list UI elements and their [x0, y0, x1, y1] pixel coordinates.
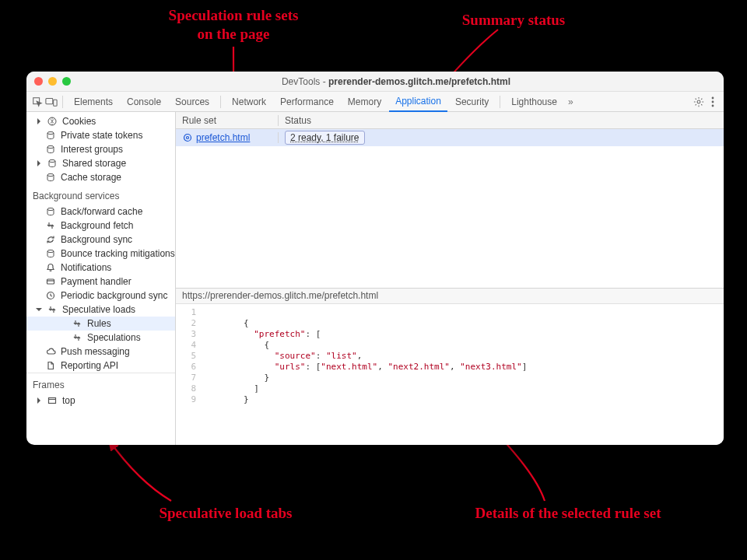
sidebar-item-interest-groups[interactable]: Interest groups — [26, 142, 175, 156]
status-cell: 2 ready, 1 failure — [279, 131, 724, 145]
close-traffic-light[interactable] — [34, 77, 43, 86]
database-icon — [47, 158, 58, 169]
svg-rect-16 — [49, 398, 56, 404]
fetch-icon — [72, 318, 82, 329]
sidebar-item-label: Cache storage — [61, 172, 121, 183]
ruleset-cell[interactable]: prefetch.html — [176, 132, 279, 143]
sidebar-item-speculative-loads[interactable]: Speculative loads — [26, 303, 175, 317]
database-icon — [45, 206, 56, 217]
tab-security[interactable]: Security — [449, 92, 495, 112]
svg-point-4 — [712, 96, 714, 99]
cookies-icon — [47, 116, 58, 127]
sidebar-item-bounce-tracking[interactable]: Bounce tracking mitigations — [26, 247, 175, 261]
settings-gear-icon[interactable] — [693, 96, 705, 108]
frame-icon — [47, 395, 58, 406]
sidebar-item-back-forward-cache[interactable]: Back/forward cache — [26, 205, 175, 219]
window-title: DevTools - prerender-demos.glitch.me/pre… — [76, 76, 716, 87]
titlebar: DevTools - prerender-demos.glitch.me/pre… — [26, 72, 724, 92]
fetch-icon — [47, 304, 58, 315]
tabbar-divider — [220, 96, 221, 108]
devtools-tabbar: Elements Console Sources Network Perform… — [26, 92, 724, 112]
sidebar-item-background-sync[interactable]: Background sync — [26, 233, 175, 247]
svg-point-10 — [49, 159, 55, 162]
document-icon — [45, 360, 56, 371]
sidebar-item-shared-storage[interactable]: Shared storage — [26, 156, 175, 170]
sidebar-item-background-fetch[interactable]: Background fetch — [26, 219, 175, 233]
tab-performance[interactable]: Performance — [274, 92, 340, 112]
sidebar-item-label: Background fetch — [61, 220, 133, 231]
tabs-overflow-icon[interactable]: » — [565, 96, 577, 107]
sidebar-item-speculations[interactable]: Speculations — [26, 331, 175, 345]
cloud-icon — [45, 346, 56, 357]
annotation-details: Details of the selected rule set — [436, 504, 700, 523]
ruleset-source-view[interactable]: 123456789 { "prefetch": [ { "source": "l… — [176, 304, 724, 446]
target-icon — [182, 132, 193, 143]
database-icon — [45, 130, 56, 141]
sidebar-item-periodic-background-sync[interactable]: Periodic background sync — [26, 289, 175, 303]
annotation-summary-status: Summary status — [436, 11, 591, 30]
sidebar-item-label: Interest groups — [61, 144, 123, 155]
sidebar-item-label: Back/forward cache — [61, 206, 142, 217]
svg-point-13 — [47, 250, 54, 252]
tab-lighthouse[interactable]: Lighthouse — [505, 92, 563, 112]
svg-point-9 — [47, 145, 54, 148]
sidebar-item-label: Rules — [87, 318, 111, 329]
svg-point-17 — [184, 135, 191, 142]
sidebar-item-label: Push messaging — [61, 346, 130, 357]
device-toolbar-icon[interactable] — [45, 96, 58, 108]
annotation-rule-sets: Speculation rule setson the page — [148, 6, 319, 44]
tabbar-divider — [500, 96, 500, 108]
column-status[interactable]: Status — [279, 115, 724, 126]
sidebar-item-cache-storage[interactable]: Cache storage — [26, 170, 175, 184]
sidebar-item-top-frame[interactable]: top — [26, 394, 175, 408]
sidebar-item-notifications[interactable]: Notifications — [26, 261, 175, 275]
ruleset-link[interactable]: prefetch.html — [196, 132, 250, 143]
tab-console[interactable]: Console — [121, 92, 167, 112]
sidebar-item-reporting-api[interactable]: Reporting API — [26, 359, 175, 373]
svg-point-3 — [697, 100, 700, 103]
rules-table-row[interactable]: prefetch.html 2 ready, 1 failure — [176, 129, 724, 146]
application-sidebar[interactable]: Cookies Private state tokens Interest gr… — [26, 112, 176, 445]
fetch-icon — [45, 220, 56, 231]
fetch-icon — [72, 332, 82, 343]
inspect-icon[interactable] — [31, 96, 44, 108]
column-ruleset[interactable]: Rule set — [176, 115, 279, 126]
tab-network[interactable]: Network — [226, 92, 272, 112]
sidebar-item-label: Speculations — [87, 332, 141, 343]
database-icon — [45, 172, 56, 183]
clock-icon — [45, 290, 56, 301]
sidebar-item-cookies[interactable]: Cookies — [26, 114, 175, 128]
svg-point-6 — [712, 104, 714, 107]
sidebar-item-push-messaging[interactable]: Push messaging — [26, 345, 175, 359]
svg-point-8 — [47, 131, 54, 134]
annotation-load-tabs: Speculative load tabs — [124, 504, 327, 523]
zoom-traffic-light[interactable] — [62, 77, 71, 86]
sidebar-item-private-state-tokens[interactable]: Private state tokens — [26, 128, 175, 142]
tab-memory[interactable]: Memory — [342, 92, 388, 112]
sidebar-item-label: Background sync — [61, 234, 132, 245]
svg-rect-14 — [47, 279, 54, 284]
sidebar-group-frames: Frames — [26, 373, 175, 394]
sidebar-item-label: Private state tokens — [61, 130, 142, 141]
sidebar-item-payment-handler[interactable]: Payment handler — [26, 275, 175, 289]
devtools-window: DevTools - prerender-demos.glitch.me/pre… — [26, 72, 724, 445]
sidebar-item-label: Payment handler — [61, 276, 132, 287]
database-icon — [45, 248, 56, 259]
rules-table-header: Rule set Status — [176, 112, 724, 129]
kebab-menu-icon[interactable] — [707, 96, 719, 108]
sidebar-item-label: Bounce tracking mitigations — [61, 248, 175, 259]
tab-sources[interactable]: Sources — [169, 92, 216, 112]
status-badge[interactable]: 2 ready, 1 failure — [285, 131, 365, 145]
tab-application[interactable]: Application — [389, 92, 447, 112]
minimize-traffic-light[interactable] — [48, 77, 57, 86]
tabbar-divider — [62, 96, 63, 108]
database-icon — [45, 144, 56, 155]
tab-elements[interactable]: Elements — [68, 92, 119, 112]
svg-point-11 — [47, 173, 54, 176]
bell-icon — [45, 262, 56, 273]
svg-point-12 — [47, 208, 54, 210]
source-code[interactable]: { "prefetch": [ { "source": "list", "url… — [202, 304, 527, 446]
sidebar-item-rules[interactable]: Rules — [26, 317, 175, 331]
rules-panel: Rule set Status prefetch.html 2 ready, 1… — [176, 112, 724, 445]
svg-point-18 — [187, 137, 189, 139]
